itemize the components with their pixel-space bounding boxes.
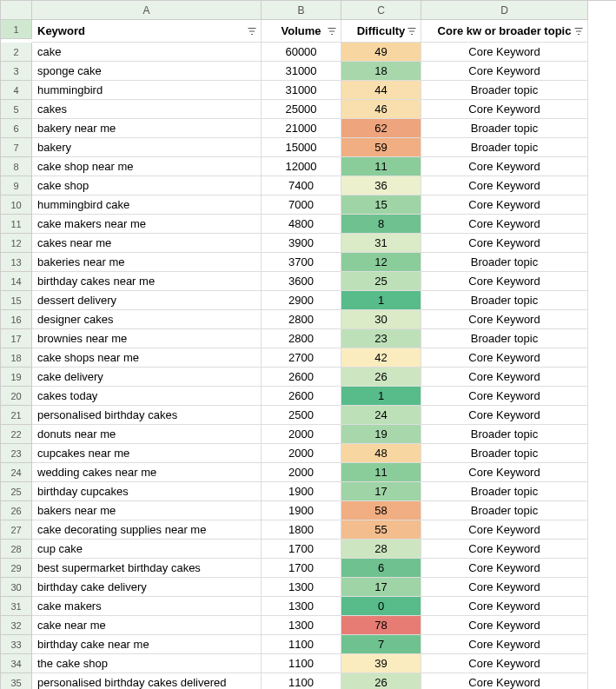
cell-keyword[interactable]: hummingbird — [32, 81, 262, 100]
cell-difficulty[interactable]: 26 — [341, 368, 421, 387]
cell-keyword[interactable]: bakery near me — [32, 119, 262, 138]
cell-topic[interactable]: Core Keyword — [421, 578, 588, 597]
cell-keyword[interactable]: cake shops near me — [32, 348, 262, 368]
cell-keyword[interactable]: birthday cakes near me — [32, 272, 262, 291]
cell-difficulty[interactable]: 11 — [341, 157, 421, 176]
cell-difficulty[interactable]: 46 — [341, 100, 421, 119]
cell-volume[interactable]: 1300 — [262, 578, 341, 597]
cell-difficulty[interactable]: 1 — [341, 291, 421, 310]
row-header-14[interactable]: 14 — [1, 272, 32, 291]
cell-difficulty[interactable]: 58 — [341, 501, 421, 520]
cell-volume[interactable]: 1300 — [262, 597, 341, 616]
cell-volume[interactable]: 1700 — [262, 559, 341, 578]
row-header-22[interactable]: 22 — [1, 425, 32, 444]
cell-difficulty[interactable]: 12 — [341, 253, 421, 272]
cell-topic[interactable]: Broader topic — [421, 444, 588, 463]
row-header-2[interactable]: 2 — [1, 43, 32, 62]
cell-volume[interactable]: 2600 — [262, 368, 341, 387]
cell-topic[interactable]: Core Keyword — [421, 616, 588, 635]
cell-keyword[interactable]: cake shop near me — [32, 157, 262, 176]
row-header-33[interactable]: 33 — [1, 635, 32, 654]
cell-volume[interactable]: 1300 — [262, 616, 341, 635]
cell-volume[interactable]: 2500 — [262, 406, 341, 425]
cell-topic[interactable]: Core Keyword — [421, 272, 588, 291]
row-header-10[interactable]: 10 — [1, 195, 32, 215]
row-header-21[interactable]: 21 — [1, 406, 32, 425]
cell-keyword[interactable]: cake delivery — [32, 368, 262, 387]
cell-difficulty[interactable]: 18 — [341, 62, 421, 81]
header-volume[interactable]: Volume — [262, 20, 341, 43]
cell-volume[interactable]: 1800 — [262, 520, 341, 540]
cell-keyword[interactable]: bakery — [32, 138, 262, 157]
cell-topic[interactable]: Core Keyword — [421, 673, 588, 689]
cell-difficulty[interactable]: 42 — [341, 348, 421, 368]
cell-difficulty[interactable]: 23 — [341, 329, 421, 348]
row-header-34[interactable]: 34 — [1, 654, 32, 673]
row-header-7[interactable]: 7 — [1, 138, 32, 157]
cell-keyword[interactable]: cup cake — [32, 540, 262, 559]
row-header-4[interactable]: 4 — [1, 81, 32, 100]
cell-difficulty[interactable]: 26 — [341, 673, 421, 689]
row-header-15[interactable]: 15 — [1, 291, 32, 310]
row-header-9[interactable]: 9 — [1, 176, 32, 195]
row-header-31[interactable]: 31 — [1, 597, 32, 616]
cell-topic[interactable]: Core Keyword — [421, 406, 588, 425]
cell-difficulty[interactable]: 8 — [341, 215, 421, 234]
cell-volume[interactable]: 2800 — [262, 310, 341, 329]
cell-keyword[interactable]: cake — [32, 43, 262, 62]
row-header-26[interactable]: 26 — [1, 501, 32, 520]
cell-volume[interactable]: 3600 — [262, 272, 341, 291]
cell-keyword[interactable]: birthday cake delivery — [32, 578, 262, 597]
filter-icon[interactable] — [247, 26, 257, 36]
filter-icon[interactable] — [573, 26, 584, 36]
cell-keyword[interactable]: bakers near me — [32, 501, 262, 520]
header-topic[interactable]: Core kw or broader topic — [421, 20, 588, 43]
cell-keyword[interactable]: wedding cakes near me — [32, 463, 262, 482]
row-header-19[interactable]: 19 — [1, 368, 32, 387]
cell-topic[interactable]: Core Keyword — [421, 635, 588, 654]
row-header-24[interactable]: 24 — [1, 463, 32, 482]
cell-volume[interactable]: 2600 — [262, 387, 341, 406]
cell-difficulty[interactable]: 30 — [341, 310, 421, 329]
cell-topic[interactable]: Core Keyword — [421, 520, 588, 540]
cell-topic[interactable]: Broader topic — [421, 329, 588, 348]
cell-volume[interactable]: 4800 — [262, 215, 341, 234]
cell-volume[interactable]: 3900 — [262, 234, 341, 253]
row-header-12[interactable]: 12 — [1, 234, 32, 253]
row-header-3[interactable]: 3 — [1, 62, 32, 81]
row-header-8[interactable]: 8 — [1, 157, 32, 176]
cell-topic[interactable]: Core Keyword — [421, 597, 588, 616]
cell-keyword[interactable]: hummingbird cake — [32, 195, 262, 215]
cell-topic[interactable]: Core Keyword — [421, 215, 588, 234]
cell-keyword[interactable]: birthday cupcakes — [32, 482, 262, 501]
cell-topic[interactable]: Core Keyword — [421, 540, 588, 559]
cell-topic[interactable]: Broader topic — [421, 501, 588, 520]
row-header-30[interactable]: 30 — [1, 578, 32, 597]
cell-volume[interactable]: 12000 — [262, 157, 341, 176]
cell-volume[interactable]: 2000 — [262, 444, 341, 463]
cell-topic[interactable]: Core Keyword — [421, 62, 588, 81]
filter-icon[interactable] — [407, 26, 417, 36]
cell-keyword[interactable]: cake shop — [32, 176, 262, 195]
cell-topic[interactable]: Core Keyword — [421, 43, 588, 62]
row-header-29[interactable]: 29 — [1, 559, 32, 578]
row-header-35[interactable]: 35 — [1, 673, 32, 689]
cell-topic[interactable]: Broader topic — [421, 482, 588, 501]
cell-keyword[interactable]: dessert delivery — [32, 291, 262, 310]
cell-topic[interactable]: Core Keyword — [421, 559, 588, 578]
row-header-11[interactable]: 11 — [1, 215, 32, 234]
row-header-16[interactable]: 16 — [1, 310, 32, 329]
cell-volume[interactable]: 7000 — [262, 195, 341, 215]
cell-keyword[interactable]: sponge cake — [32, 62, 262, 81]
row-header-25[interactable]: 25 — [1, 482, 32, 501]
row-header-27[interactable]: 27 — [1, 520, 32, 540]
cell-topic[interactable]: Core Keyword — [421, 176, 588, 195]
cell-keyword[interactable]: best supermarket birthday cakes — [32, 559, 262, 578]
cell-keyword[interactable]: bakeries near me — [32, 253, 262, 272]
cell-volume[interactable]: 21000 — [262, 119, 341, 138]
cell-topic[interactable]: Core Keyword — [421, 195, 588, 215]
cell-keyword[interactable]: designer cakes — [32, 310, 262, 329]
cell-volume[interactable]: 2900 — [262, 291, 341, 310]
cell-difficulty[interactable]: 78 — [341, 616, 421, 635]
cell-difficulty[interactable]: 6 — [341, 559, 421, 578]
